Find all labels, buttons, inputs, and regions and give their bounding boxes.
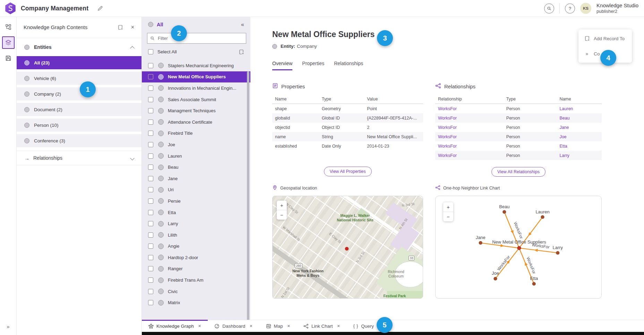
close-tab-icon[interactable]: ✕	[198, 324, 201, 328]
list-item[interactable]: Hardtop 2-door	[142, 252, 250, 263]
list-item[interactable]: Matrix	[142, 297, 250, 308]
list-item[interactable]: Sales Associate Summit	[142, 94, 250, 105]
zoom-out-button[interactable]: −	[277, 210, 287, 220]
item-checkbox[interactable]	[148, 289, 153, 294]
item-checkbox[interactable]	[148, 86, 153, 91]
node-beau[interactable]	[503, 210, 506, 214]
contents-layers-icon[interactable]	[2, 36, 15, 49]
cell-link[interactable]: Larry	[557, 151, 602, 160]
cell-link[interactable]: Jane	[557, 123, 602, 132]
zoom-out-button[interactable]: −	[443, 212, 453, 221]
list-item[interactable]: Attendance Certificate	[142, 116, 250, 128]
avatar[interactable]: KS	[580, 3, 591, 14]
list-item[interactable]: Firebird Title	[142, 128, 250, 139]
entities-section-header[interactable]: Entities	[17, 38, 141, 56]
cell-link[interactable]: WorksFor	[435, 113, 504, 123]
entity-type-item-conference-3-[interactable]: Conference (3)	[17, 134, 141, 147]
user-menu[interactable]: Knowledge Studio publisher2	[596, 2, 638, 14]
item-checkbox[interactable]	[148, 153, 153, 159]
item-checkbox[interactable]	[148, 63, 153, 68]
list-item[interactable]: Lilith	[142, 229, 250, 241]
close-panel-icon[interactable]: ✕	[131, 25, 135, 30]
search-icon[interactable]	[544, 3, 554, 14]
list-item[interactable]: Staplers Mechanical Engineering	[142, 60, 250, 71]
item-checkbox[interactable]	[148, 266, 153, 271]
expand-panel-icon[interactable]: »	[0, 324, 16, 329]
item-checkbox[interactable]	[148, 176, 153, 181]
geospatial-map[interactable]: W Clay StW Marshall StE Clay StN 3rd StN…	[272, 196, 423, 299]
view-all-properties-button[interactable]: View All Properties	[324, 167, 372, 176]
bottom-tab-query[interactable]: { }Query	[347, 320, 380, 332]
node-etta[interactable]	[532, 282, 536, 285]
list-item[interactable]: Firebird Trans Am	[142, 274, 250, 286]
add-record-icon[interactable]	[118, 25, 123, 30]
item-checkbox[interactable]	[148, 244, 153, 249]
list-item[interactable]: Ranger	[142, 263, 250, 275]
list-item[interactable]: Managment Techniques	[142, 105, 250, 116]
list-item[interactable]: Etta	[142, 207, 250, 218]
node-jane[interactable]	[479, 241, 482, 245]
zoom-in-button[interactable]: +	[443, 202, 453, 212]
node-joe[interactable]	[493, 277, 497, 280]
cell-link[interactable]: Joe	[557, 132, 602, 141]
cell-link[interactable]: WorksFor	[435, 151, 504, 160]
cell-link[interactable]: WorksFor	[435, 141, 504, 151]
list-item[interactable]: Beau	[142, 161, 250, 173]
edit-title-icon[interactable]	[97, 6, 103, 11]
list-item[interactable]: Joe	[142, 139, 250, 150]
close-tab-icon[interactable]: ✕	[287, 324, 290, 328]
cell-link[interactable]: Etta	[557, 141, 602, 151]
item-checkbox[interactable]	[148, 97, 153, 102]
entity-type-item-vehicle-6-[interactable]: Vehicle (6)	[17, 72, 141, 85]
item-checkbox[interactable]	[148, 131, 153, 136]
data-model-icon[interactable]	[2, 21, 15, 33]
item-checkbox[interactable]	[148, 142, 153, 147]
filter-input[interactable]	[147, 33, 246, 44]
cell-link[interactable]: WorksFor	[435, 104, 504, 114]
list-item[interactable]: Persie	[142, 195, 250, 207]
bottom-tab-dashboard[interactable]: Dashboard✕	[208, 320, 259, 332]
tab-properties[interactable]: Properties	[302, 61, 324, 70]
close-tab-icon[interactable]: ✕	[249, 324, 252, 328]
list-item[interactable]: Larry	[142, 218, 250, 229]
item-checkbox[interactable]	[148, 74, 153, 79]
help-icon[interactable]: ?	[565, 3, 575, 14]
select-all-checkbox[interactable]	[148, 49, 153, 54]
node-larry[interactable]	[556, 251, 559, 255]
tab-overview[interactable]: Overview	[272, 61, 292, 70]
item-checkbox[interactable]	[148, 232, 153, 238]
item-checkbox[interactable]	[148, 300, 153, 305]
entity-type-item-all-23-[interactable]: All (23)	[17, 56, 141, 69]
list-item[interactable]: Jane	[142, 173, 250, 184]
item-checkbox[interactable]	[148, 210, 153, 215]
item-checkbox[interactable]	[148, 108, 153, 113]
list-item[interactable]: Lauren	[142, 150, 250, 162]
item-checkbox[interactable]	[148, 199, 153, 204]
item-checkbox[interactable]	[148, 165, 153, 170]
list-item[interactable]: Angie	[142, 241, 250, 252]
bottom-tab-link-chart[interactable]: Link Chart✕	[297, 320, 347, 332]
list-item[interactable]: Innovations in Mechanical Engin...	[142, 82, 250, 94]
bottom-tab-map[interactable]: Map✕	[259, 320, 297, 332]
zoom-in-button[interactable]: +	[277, 201, 287, 210]
cell-link[interactable]: WorksFor	[435, 123, 504, 132]
view-all-relationships-button[interactable]: View All Relationships	[491, 167, 546, 177]
list-item[interactable]: Uri	[142, 184, 250, 196]
item-checkbox[interactable]	[148, 221, 153, 226]
menu-item-add-record-to[interactable]: Add Record To	[578, 31, 632, 46]
cell-link[interactable]: Lauren	[557, 104, 602, 114]
add-record-icon[interactable]	[239, 49, 244, 55]
list-item[interactable]: Civic	[142, 286, 250, 297]
entity-type-item-person-10-[interactable]: Person (10)	[17, 118, 141, 132]
item-checkbox[interactable]	[148, 255, 153, 260]
cell-link[interactable]: WorksFor	[435, 132, 504, 141]
tab-relationships[interactable]: Relationships	[334, 61, 363, 70]
node-new-metal-office-suppliers[interactable]	[517, 246, 521, 250]
cell-link[interactable]: Beau	[557, 113, 602, 123]
relationships-section-header[interactable]: → Relationships	[17, 151, 141, 165]
close-tab-icon[interactable]: ✕	[337, 324, 340, 328]
collapse-panel-icon[interactable]: «	[241, 21, 244, 28]
item-checkbox[interactable]	[148, 277, 153, 283]
list-item[interactable]: New Metal Office Suppliers	[142, 71, 250, 83]
item-checkbox[interactable]	[148, 187, 153, 192]
